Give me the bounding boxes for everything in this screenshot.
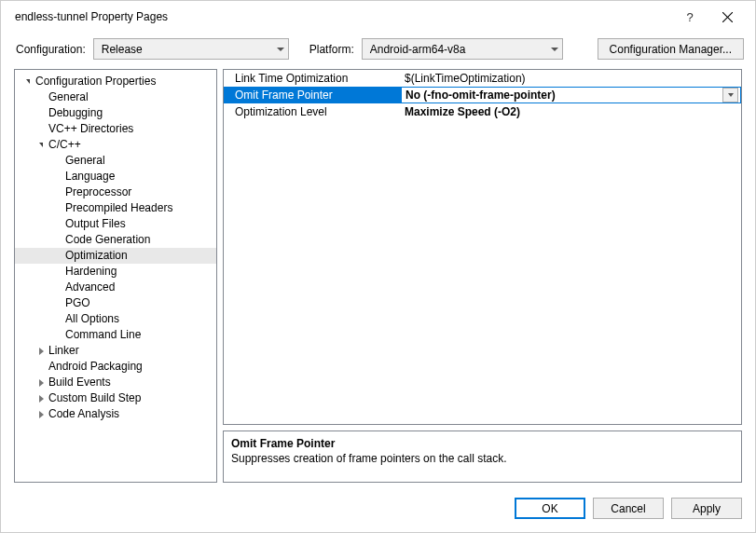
collapse-icon[interactable] bbox=[35, 140, 47, 151]
description-pane: Omit Frame Pointer Suppresses creation o… bbox=[223, 430, 742, 483]
close-icon bbox=[722, 12, 733, 22]
apply-button[interactable]: Apply bbox=[671, 498, 742, 519]
expand-icon[interactable] bbox=[35, 409, 47, 420]
expand-icon[interactable] bbox=[35, 346, 47, 357]
expand-icon[interactable] bbox=[35, 393, 47, 404]
dropdown-button[interactable] bbox=[722, 88, 738, 102]
tree-item-ccpp-pch[interactable]: Precompiled Headers bbox=[15, 200, 216, 216]
chevron-down-icon bbox=[728, 93, 734, 97]
main-area: Configuration Properties General Debuggi… bbox=[1, 69, 755, 490]
tree-item-general[interactable]: General bbox=[15, 89, 216, 105]
tree-item-custom-build-step[interactable]: Custom Build Step bbox=[15, 390, 216, 406]
prop-name: Omit Frame Pointer bbox=[224, 89, 401, 102]
configuration-value: Release bbox=[102, 43, 143, 56]
platform-label: Platform: bbox=[309, 43, 354, 56]
right-pane: Link Time Optimization $(LinkTimeOptimiz… bbox=[223, 69, 742, 483]
tree-item-ccpp-pgo[interactable]: PGO bbox=[15, 295, 216, 311]
configuration-combo[interactable]: Release bbox=[93, 38, 289, 60]
tree-item-android-packaging[interactable]: Android Packaging bbox=[15, 359, 216, 375]
collapse-icon[interactable] bbox=[22, 76, 34, 88]
tree-item-ccpp-language[interactable]: Language bbox=[15, 169, 216, 184]
tree-item-ccpp-advanced[interactable]: Advanced bbox=[15, 280, 216, 295]
tree-item-code-analysis[interactable]: Code Analysis bbox=[15, 406, 216, 422]
ok-button[interactable]: OK bbox=[515, 498, 585, 519]
tree-root[interactable]: Configuration Properties bbox=[15, 74, 216, 89]
window-title: endless-tunnel Property Pages bbox=[10, 10, 671, 23]
platform-value: Android-arm64-v8a bbox=[370, 43, 466, 56]
tree-item-linker[interactable]: Linker bbox=[15, 343, 216, 359]
tree-pane: Configuration Properties General Debuggi… bbox=[14, 69, 217, 483]
prop-value-editor[interactable]: No (-fno-omit-frame-pointer) bbox=[401, 87, 741, 103]
tree-item-ccpp[interactable]: C/C++ bbox=[15, 137, 216, 153]
tree-item-ccpp-output[interactable]: Output Files bbox=[15, 216, 216, 232]
tree-item-ccpp-preprocessor[interactable]: Preprocessor bbox=[15, 184, 216, 200]
grid-row-opt-level[interactable]: Optimization Level Maximize Speed (-O2) bbox=[224, 103, 741, 120]
cancel-button[interactable]: Cancel bbox=[593, 498, 664, 519]
tree-item-ccpp-codegen[interactable]: Code Generation bbox=[15, 232, 216, 248]
description-text: Suppresses creation of frame pointers on… bbox=[231, 452, 734, 465]
titlebar: endless-tunnel Property Pages ? bbox=[1, 1, 755, 33]
property-pages-window: endless-tunnel Property Pages ? Configur… bbox=[0, 0, 756, 533]
tree-item-ccpp-hardening[interactable]: Hardening bbox=[15, 264, 216, 280]
tree-item-build-events[interactable]: Build Events bbox=[15, 375, 216, 390]
tree-item-ccpp-all-options[interactable]: All Options bbox=[15, 311, 216, 327]
prop-value: Maximize Speed (-O2) bbox=[401, 105, 741, 118]
help-button[interactable]: ? bbox=[671, 1, 708, 33]
grid-row-lto[interactable]: Link Time Optimization $(LinkTimeOptimiz… bbox=[224, 70, 741, 87]
prop-value: $(LinkTimeOptimization) bbox=[401, 72, 741, 85]
expand-icon[interactable] bbox=[35, 377, 47, 389]
tree-item-debugging[interactable]: Debugging bbox=[15, 105, 216, 121]
platform-combo[interactable]: Android-arm64-v8a bbox=[362, 38, 563, 60]
grid-row-omit-fp[interactable]: Omit Frame Pointer No (-fno-omit-frame-p… bbox=[224, 87, 741, 103]
tree-item-ccpp-general[interactable]: General bbox=[15, 153, 216, 169]
chevron-down-icon bbox=[277, 48, 284, 51]
config-toolbar: Configuration: Release Platform: Android… bbox=[1, 33, 755, 69]
tree-item-vcdirs[interactable]: VC++ Directories bbox=[15, 121, 216, 137]
close-button[interactable] bbox=[708, 1, 746, 33]
prop-name: Link Time Optimization bbox=[224, 72, 401, 85]
chevron-down-icon bbox=[551, 48, 558, 51]
configuration-manager-button[interactable]: Configuration Manager... bbox=[598, 38, 744, 60]
dialog-buttons: OK Cancel Apply bbox=[1, 490, 755, 532]
configuration-label: Configuration: bbox=[16, 43, 86, 56]
property-grid: Link Time Optimization $(LinkTimeOptimiz… bbox=[223, 69, 742, 425]
description-title: Omit Frame Pointer bbox=[231, 437, 734, 450]
tree-item-ccpp-command-line[interactable]: Command Line bbox=[15, 327, 216, 343]
tree-item-ccpp-optimization[interactable]: Optimization bbox=[15, 248, 216, 264]
prop-name: Optimization Level bbox=[224, 105, 401, 118]
